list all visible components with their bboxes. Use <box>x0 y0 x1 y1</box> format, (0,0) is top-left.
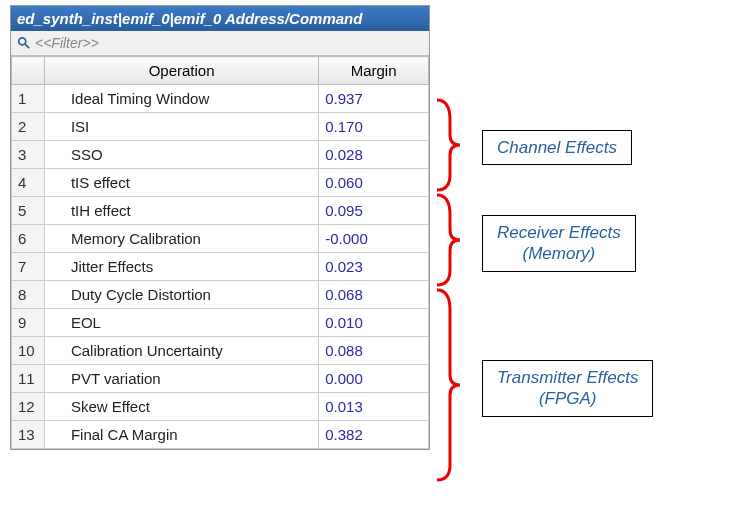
table-row[interactable]: 7Jitter Effects0.023 <box>12 253 429 281</box>
row-number: 6 <box>12 225 45 253</box>
col-header-margin[interactable]: Margin <box>319 57 429 85</box>
table-row[interactable]: 4tIS effect0.060 <box>12 169 429 197</box>
margin-cell: -0.000 <box>319 225 429 253</box>
margin-cell: 0.013 <box>319 393 429 421</box>
table-row[interactable]: 11PVT variation0.000 <box>12 365 429 393</box>
search-icon <box>17 36 31 50</box>
anno-channel: Channel Effects <box>482 130 632 165</box>
row-number: 4 <box>12 169 45 197</box>
margin-cell: 0.023 <box>319 253 429 281</box>
anno-receiver-l2: (Memory) <box>523 244 596 263</box>
row-number: 3 <box>12 141 45 169</box>
operation-cell: Final CA Margin <box>44 421 318 449</box>
row-number: 5 <box>12 197 45 225</box>
margin-cell: 0.937 <box>319 85 429 113</box>
row-number: 2 <box>12 113 45 141</box>
margin-cell: 0.010 <box>319 309 429 337</box>
row-number: 7 <box>12 253 45 281</box>
row-number: 12 <box>12 393 45 421</box>
anno-transmitter-l2: (FPGA) <box>539 389 597 408</box>
operation-cell: EOL <box>44 309 318 337</box>
table-row[interactable]: 2ISI0.170 <box>12 113 429 141</box>
table-row[interactable]: 9EOL0.010 <box>12 309 429 337</box>
svg-point-0 <box>19 38 26 45</box>
operation-cell: Skew Effect <box>44 393 318 421</box>
table-row[interactable]: 13Final CA Margin0.382 <box>12 421 429 449</box>
table-row[interactable]: 12Skew Effect0.013 <box>12 393 429 421</box>
title-bar: ed_synth_inst|emif_0|emif_0 Address/Comm… <box>11 6 429 31</box>
margin-cell: 0.095 <box>319 197 429 225</box>
operation-cell: SSO <box>44 141 318 169</box>
margin-cell: 0.382 <box>319 421 429 449</box>
row-number: 10 <box>12 337 45 365</box>
operation-cell: Ideal Timing Window <box>44 85 318 113</box>
col-header-operation[interactable]: Operation <box>44 57 318 85</box>
operation-cell: Calibration Uncertainty <box>44 337 318 365</box>
operation-cell: Memory Calibration <box>44 225 318 253</box>
operation-cell: ISI <box>44 113 318 141</box>
margin-cell: 0.000 <box>319 365 429 393</box>
row-number: 1 <box>12 85 45 113</box>
anno-receiver-l1: Receiver Effects <box>497 223 621 242</box>
table-row[interactable]: 6Memory Calibration-0.000 <box>12 225 429 253</box>
table-row[interactable]: 10Calibration Uncertainty0.088 <box>12 337 429 365</box>
margin-cell: 0.068 <box>319 281 429 309</box>
table-row[interactable]: 1Ideal Timing Window0.937 <box>12 85 429 113</box>
margin-table: Operation Margin 1Ideal Timing Window0.9… <box>11 56 429 449</box>
report-panel: ed_synth_inst|emif_0|emif_0 Address/Comm… <box>10 5 430 450</box>
row-number: 11 <box>12 365 45 393</box>
col-header-rownum[interactable] <box>12 57 45 85</box>
anno-transmitter: Transmitter Effects (FPGA) <box>482 360 653 417</box>
svg-line-1 <box>25 44 29 48</box>
table-row[interactable]: 8Duty Cycle Distortion0.068 <box>12 281 429 309</box>
margin-cell: 0.060 <box>319 169 429 197</box>
operation-cell: tIH effect <box>44 197 318 225</box>
table-row[interactable]: 5tIH effect0.095 <box>12 197 429 225</box>
filter-bar[interactable]: <<Filter>> <box>11 31 429 56</box>
operation-cell: Jitter Effects <box>44 253 318 281</box>
filter-input[interactable]: <<Filter>> <box>35 35 99 51</box>
operation-cell: tIS effect <box>44 169 318 197</box>
row-number: 13 <box>12 421 45 449</box>
table-row[interactable]: 3SSO0.028 <box>12 141 429 169</box>
row-number: 8 <box>12 281 45 309</box>
operation-cell: PVT variation <box>44 365 318 393</box>
margin-cell: 0.028 <box>319 141 429 169</box>
anno-receiver: Receiver Effects (Memory) <box>482 215 636 272</box>
margin-cell: 0.170 <box>319 113 429 141</box>
operation-cell: Duty Cycle Distortion <box>44 281 318 309</box>
row-number: 9 <box>12 309 45 337</box>
margin-cell: 0.088 <box>319 337 429 365</box>
anno-transmitter-l1: Transmitter Effects <box>497 368 638 387</box>
annotation-layer: Channel Effects Receiver Effects (Memory… <box>432 95 732 505</box>
